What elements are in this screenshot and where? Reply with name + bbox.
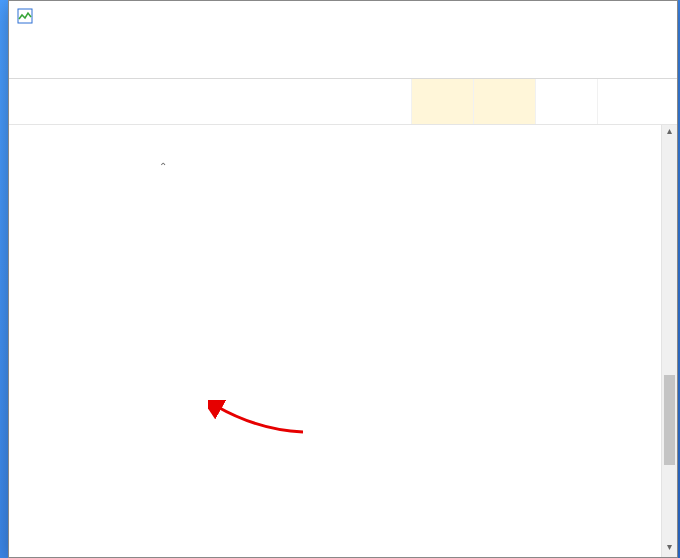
scroll-down-button[interactable]: ▾ xyxy=(662,541,677,557)
tab-strip xyxy=(9,53,677,79)
menubar xyxy=(9,31,677,53)
col-header-memory[interactable] xyxy=(473,79,535,124)
process-list[interactable]: ▴ ▾ xyxy=(9,125,677,557)
col-header-network[interactable] xyxy=(597,79,659,124)
col-header-name[interactable] xyxy=(9,79,351,124)
menu-view[interactable] xyxy=(43,40,55,44)
titlebar[interactable] xyxy=(9,1,677,31)
column-headers: ⌃ xyxy=(9,79,677,125)
menu-file[interactable] xyxy=(15,40,27,44)
task-manager-window: ⌃ ▴ ▾ xyxy=(8,0,678,558)
col-header-power[interactable] xyxy=(659,79,677,124)
col-header-disk[interactable] xyxy=(535,79,597,124)
vertical-scrollbar[interactable]: ▴ ▾ xyxy=(661,125,677,557)
minimize-button[interactable] xyxy=(537,1,583,31)
close-button[interactable] xyxy=(629,1,675,31)
maximize-button[interactable] xyxy=(583,1,629,31)
scroll-thumb[interactable] xyxy=(664,375,675,465)
col-header-status[interactable] xyxy=(351,79,411,124)
menu-options[interactable] xyxy=(29,40,41,44)
scroll-up-button[interactable]: ▴ xyxy=(662,125,677,141)
col-header-cpu[interactable] xyxy=(411,79,473,124)
app-icon xyxy=(17,8,33,24)
